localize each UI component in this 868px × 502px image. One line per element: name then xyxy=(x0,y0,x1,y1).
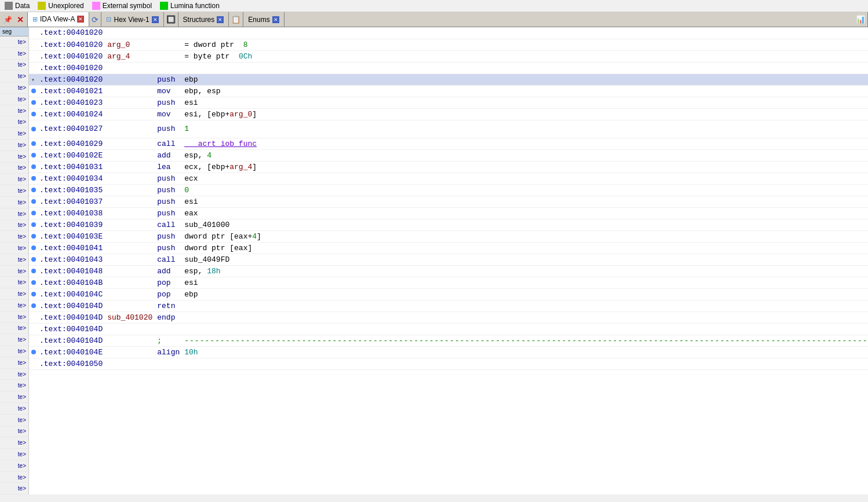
col-mnem: push xyxy=(155,230,182,242)
table-row[interactable]: .text:00401037 push esi xyxy=(29,196,868,207)
table-row[interactable]: .text:00401048 add esp, 18h xyxy=(29,265,868,277)
legend-item-unexplored: Unexplored xyxy=(38,2,83,10)
legend-item-data: Data xyxy=(5,2,30,10)
tab-enums[interactable]: Enums ✕ xyxy=(243,12,284,27)
col-mnem: add xyxy=(155,265,182,277)
table-row[interactable]: .text:00401027 push 1 ; Ix xyxy=(29,120,868,138)
tab-structures[interactable]: Structures ✕ xyxy=(178,12,229,27)
col-mnem: push xyxy=(155,184,182,196)
table-row[interactable]: .text:00401021 mov ebp, esp xyxy=(29,85,868,97)
table-row[interactable]: .text:0040104E align 10h xyxy=(29,346,868,358)
sidebar-row: te> xyxy=(0,437,28,449)
table-row[interactable]: .text:00401020 arg_0 = dword ptr 8 xyxy=(29,39,868,50)
col-name xyxy=(105,108,155,120)
col-addr: .text:00401023 xyxy=(37,97,105,108)
tab-ida-view-a[interactable]: ⊞ IDA View-A ✕ xyxy=(28,12,89,27)
sidebar-row: te> xyxy=(0,36,28,48)
col-addr: .text:00401027 xyxy=(37,120,105,138)
table-row[interactable]: .text:0040102E add esp, 4 xyxy=(29,149,868,161)
table-row[interactable]: .text:00401031 lea ecx, [ebp+arg_4] xyxy=(29,161,868,173)
col-ops xyxy=(182,323,868,335)
tab-close-hex-view-1[interactable]: ✕ xyxy=(152,16,159,23)
table-row[interactable]: .text:00401024 mov esi, [ebp+arg_0] xyxy=(29,108,868,120)
table-row[interactable]: .text:00401041 push dword ptr [eax] xyxy=(29,242,868,254)
legend-item-external: External symbol xyxy=(92,2,152,10)
code-area[interactable]: .text:00401020 .text:00401020 arg_0 = dw… xyxy=(29,27,868,494)
tab-hex-view-1[interactable]: ⊡ Hex View-1 ✕ xyxy=(101,12,163,27)
col-ops: dword ptr [eax] xyxy=(182,242,868,254)
table-row[interactable]: ▾ .text:00401020 push ebp xyxy=(29,74,868,85)
table-row[interactable]: .text:00401023 push esi xyxy=(29,97,868,108)
tab-bar: 📌 ✕ ⊞ IDA View-A ✕ ⟳ ⊡ Hex View-1 ✕ 🔲 St… xyxy=(0,12,868,27)
sidebar-row: te> xyxy=(0,94,28,105)
col-addr: .text:0040104D xyxy=(37,323,105,335)
table-row[interactable]: .text:00401035 push 0 xyxy=(29,184,868,196)
col-name xyxy=(105,62,155,74)
col-ops: eax xyxy=(182,207,868,219)
sidebar-rows: te> te> te> te> te> te> te> te> te> te> … xyxy=(0,36,28,494)
table-row[interactable]: .text:00401043 call sub_4049FD xyxy=(29,254,868,265)
col-arrow xyxy=(29,149,37,161)
tab-close-ida-view-a[interactable]: ✕ xyxy=(77,16,84,23)
col-addr: .text:00401035 xyxy=(37,184,105,196)
col-name xyxy=(105,149,155,161)
table-row[interactable]: .text:00401038 push eax xyxy=(29,207,868,219)
col-addr: .text:0040104E xyxy=(37,346,105,358)
col-addr: .text:00401031 xyxy=(37,161,105,173)
sidebar-row: te> xyxy=(0,151,28,163)
table-row[interactable]: .text:0040104D xyxy=(29,323,868,335)
col-name xyxy=(105,120,155,138)
col-name xyxy=(105,161,155,173)
table-row[interactable]: .text:0040104D sub_401020 endp xyxy=(29,312,868,323)
col-mnem xyxy=(155,62,182,74)
table-row[interactable]: .text:00401020 arg_4 = byte ptr 0Ch xyxy=(29,50,868,62)
col-mnem: call xyxy=(155,254,182,265)
legend-color-unexplored xyxy=(38,2,46,10)
table-row[interactable]: .text:00401029 call ___acrt_iob_func xyxy=(29,138,868,149)
tab-label-enums: Enums xyxy=(248,16,269,24)
table-row[interactable]: .text:0040104D retn xyxy=(29,300,868,312)
col-name xyxy=(105,358,155,369)
sidebar-row: te> xyxy=(0,357,28,369)
tab-close-structures[interactable]: ✕ xyxy=(217,16,224,23)
col-addr: .text:0040104D xyxy=(37,300,105,312)
legend-color-external xyxy=(92,2,100,10)
col-mnem: call xyxy=(155,138,182,149)
col-addr: .text:00401020 xyxy=(37,27,105,39)
col-addr: .text:00401024 xyxy=(37,108,105,120)
table-row[interactable]: .text:00401020 xyxy=(29,27,868,39)
table-row[interactable]: .text:0040103E push dword ptr [eax+4] xyxy=(29,230,868,242)
col-ops: 0 xyxy=(182,184,868,196)
legend-label-external: External symbol xyxy=(103,2,152,10)
table-row[interactable]: .text:00401034 push ecx xyxy=(29,173,868,184)
main-area: seg te> te> te> te> te> te> te> te> te> … xyxy=(0,27,868,494)
col-addr: .text:0040102E xyxy=(37,149,105,161)
col-name xyxy=(105,219,155,230)
table-row[interactable]: .text:00401020 xyxy=(29,62,868,74)
sidebar-row: te> xyxy=(0,277,28,288)
right-icon-tab: 📊 xyxy=(854,12,868,27)
tab-controls-left[interactable]: 📌 ✕ xyxy=(0,12,28,27)
table-row[interactable]: .text:00401039 call sub_401000 xyxy=(29,219,868,230)
close-icon-left[interactable]: ✕ xyxy=(17,15,24,24)
sidebar-row: te> xyxy=(0,403,28,415)
sidebar-row: te> xyxy=(0,208,28,220)
col-ops: ----------------------------------------… xyxy=(182,335,868,346)
table-row[interactable]: .text:0040104B pop esi xyxy=(29,277,868,288)
sidebar-row: te> xyxy=(0,288,28,300)
tab-label-ida-view-a: IDA View-A xyxy=(40,15,75,23)
table-row[interactable]: .text:0040104D ; -----------------------… xyxy=(29,335,868,346)
sidebar-row: te> xyxy=(0,231,28,243)
legend-label-lumina: Lumina function xyxy=(170,2,220,10)
col-name: arg_4 xyxy=(105,50,155,62)
sidebar-row: te> xyxy=(0,220,28,232)
col-arrow xyxy=(29,277,37,288)
sidebar-row: te> xyxy=(0,163,28,174)
col-arrow xyxy=(29,219,37,230)
sync-icon: ⟳ xyxy=(92,15,99,24)
col-ops: ebp, esp xyxy=(182,85,868,97)
tab-close-enums[interactable]: ✕ xyxy=(272,16,279,23)
table-row[interactable]: .text:0040104C pop ebp xyxy=(29,288,868,300)
col-name xyxy=(105,184,155,196)
table-row[interactable]: .text:00401050 xyxy=(29,358,868,369)
